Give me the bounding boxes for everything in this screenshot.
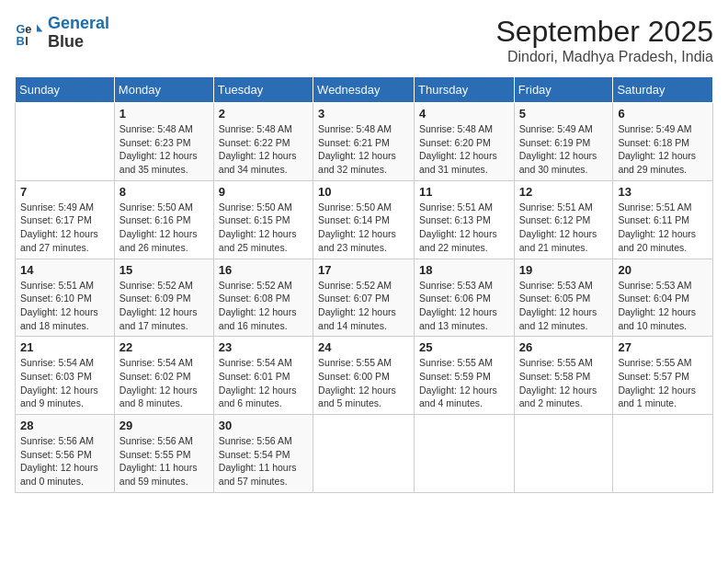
day-number: 22 [119,340,209,354]
calendar-week-row: 1Sunrise: 5:48 AMSunset: 6:23 PMDaylight… [16,103,713,181]
day-number: 15 [119,263,209,277]
calendar-cell: 5Sunrise: 5:49 AMSunset: 6:19 PMDaylight… [514,103,613,181]
calendar-cell: 13Sunrise: 5:51 AMSunset: 6:11 PMDayligh… [613,180,713,259]
day-info: Sunrise: 5:55 AMSunset: 5:57 PMDaylight:… [618,356,708,410]
calendar-table: SundayMondayTuesdayWednesdayThursdayFrid… [15,76,713,493]
logo-blue: Blue [48,32,84,51]
weekday-header-thursday: Thursday [415,77,515,103]
day-info: Sunrise: 5:56 AMSunset: 5:55 PMDaylight:… [119,434,209,488]
day-number: 8 [119,185,209,199]
calendar-cell: 27Sunrise: 5:55 AMSunset: 5:57 PMDayligh… [613,337,713,415]
logo-icon: G e B l [15,18,44,48]
day-info: Sunrise: 5:49 AMSunset: 6:17 PMDaylight:… [20,201,109,255]
day-number: 3 [318,107,409,121]
day-number: 23 [219,340,308,354]
page-header: G e B l General Blue September 2025 Dind… [15,15,713,65]
calendar-cell: 12Sunrise: 5:51 AMSunset: 6:12 PMDayligh… [514,180,613,259]
day-info: Sunrise: 5:50 AMSunset: 6:14 PMDaylight:… [318,201,409,255]
day-info: Sunrise: 5:51 AMSunset: 6:10 PMDaylight:… [20,279,109,333]
calendar-cell [415,415,515,493]
calendar-body: 1Sunrise: 5:48 AMSunset: 6:23 PMDaylight… [16,103,713,493]
day-info: Sunrise: 5:48 AMSunset: 6:20 PMDaylight:… [419,122,509,177]
calendar-cell: 25Sunrise: 5:55 AMSunset: 5:59 PMDayligh… [415,337,515,415]
weekday-header-sunday: Sunday [16,77,115,103]
day-info: Sunrise: 5:50 AMSunset: 6:16 PMDaylight:… [119,201,209,255]
day-number: 14 [20,263,109,277]
day-number: 29 [119,419,209,432]
calendar-title: September 2025 [495,15,713,49]
svg-text:B: B [17,34,25,48]
day-info: Sunrise: 5:53 AMSunset: 6:04 PMDaylight:… [618,279,708,333]
day-number: 19 [519,263,609,277]
calendar-cell: 29Sunrise: 5:56 AMSunset: 5:55 PMDayligh… [114,415,213,493]
weekday-header-friday: Friday [514,77,613,103]
day-number: 1 [119,107,209,121]
day-info: Sunrise: 5:48 AMSunset: 6:22 PMDaylight:… [219,122,308,177]
calendar-cell: 11Sunrise: 5:51 AMSunset: 6:13 PMDayligh… [415,180,515,259]
day-info: Sunrise: 5:50 AMSunset: 6:15 PMDaylight:… [219,201,308,255]
day-info: Sunrise: 5:54 AMSunset: 6:01 PMDaylight:… [219,356,308,410]
day-info: Sunrise: 5:51 AMSunset: 6:13 PMDaylight:… [419,201,509,255]
calendar-cell: 3Sunrise: 5:48 AMSunset: 6:21 PMDaylight… [313,103,415,181]
day-number: 27 [618,340,708,354]
calendar-cell: 30Sunrise: 5:56 AMSunset: 5:54 PMDayligh… [213,415,313,493]
calendar-cell: 4Sunrise: 5:48 AMSunset: 6:20 PMDaylight… [415,103,515,181]
day-info: Sunrise: 5:49 AMSunset: 6:18 PMDaylight:… [618,122,708,177]
day-number: 12 [519,185,609,199]
day-number: 17 [318,263,409,277]
day-number: 18 [419,263,509,277]
day-number: 6 [618,107,708,121]
calendar-cell [613,415,713,493]
day-info: Sunrise: 5:51 AMSunset: 6:11 PMDaylight:… [618,201,708,255]
calendar-week-row: 7Sunrise: 5:49 AMSunset: 6:17 PMDaylight… [16,180,713,259]
day-number: 5 [519,107,609,121]
weekday-header-saturday: Saturday [613,77,713,103]
calendar-cell: 14Sunrise: 5:51 AMSunset: 6:10 PMDayligh… [16,259,115,337]
calendar-cell: 9Sunrise: 5:50 AMSunset: 6:15 PMDaylight… [213,180,313,259]
calendar-subtitle: Dindori, Madhya Pradesh, India [495,49,713,65]
calendar-week-row: 21Sunrise: 5:54 AMSunset: 6:03 PMDayligh… [16,337,713,415]
calendar-cell: 2Sunrise: 5:48 AMSunset: 6:22 PMDaylight… [213,103,313,181]
day-info: Sunrise: 5:56 AMSunset: 5:54 PMDaylight:… [219,434,308,488]
calendar-cell: 10Sunrise: 5:50 AMSunset: 6:14 PMDayligh… [313,180,415,259]
day-info: Sunrise: 5:55 AMSunset: 6:00 PMDaylight:… [318,356,409,410]
day-number: 2 [219,107,308,121]
day-number: 25 [419,340,509,354]
day-number: 16 [219,263,308,277]
calendar-cell: 16Sunrise: 5:52 AMSunset: 6:08 PMDayligh… [213,259,313,337]
logo-text: General Blue [48,15,109,52]
day-number: 13 [618,185,708,199]
calendar-week-row: 14Sunrise: 5:51 AMSunset: 6:10 PMDayligh… [16,259,713,337]
day-number: 21 [20,340,109,354]
title-block: September 2025 Dindori, Madhya Pradesh, … [495,15,713,65]
calendar-cell: 7Sunrise: 5:49 AMSunset: 6:17 PMDaylight… [16,180,115,259]
logo-general: General [48,14,109,32]
logo: G e B l General Blue [15,15,109,52]
calendar-cell: 20Sunrise: 5:53 AMSunset: 6:04 PMDayligh… [613,259,713,337]
weekday-header-row: SundayMondayTuesdayWednesdayThursdayFrid… [16,77,713,103]
weekday-header-wednesday: Wednesday [313,77,415,103]
day-number: 28 [20,419,109,432]
calendar-cell: 19Sunrise: 5:53 AMSunset: 6:05 PMDayligh… [514,259,613,337]
weekday-header-tuesday: Tuesday [213,77,313,103]
day-info: Sunrise: 5:52 AMSunset: 6:08 PMDaylight:… [219,279,308,333]
day-number: 26 [519,340,609,354]
day-number: 24 [318,340,409,354]
calendar-week-row: 28Sunrise: 5:56 AMSunset: 5:56 PMDayligh… [16,415,713,493]
day-number: 10 [318,185,409,199]
calendar-cell: 1Sunrise: 5:48 AMSunset: 6:23 PMDaylight… [114,103,213,181]
day-info: Sunrise: 5:54 AMSunset: 6:03 PMDaylight:… [20,356,109,410]
svg-text:l: l [25,34,28,48]
day-number: 11 [419,185,509,199]
calendar-header: SundayMondayTuesdayWednesdayThursdayFrid… [16,77,713,103]
calendar-cell: 28Sunrise: 5:56 AMSunset: 5:56 PMDayligh… [16,415,115,493]
day-info: Sunrise: 5:56 AMSunset: 5:56 PMDaylight:… [20,434,109,488]
day-info: Sunrise: 5:53 AMSunset: 6:05 PMDaylight:… [519,279,609,333]
day-info: Sunrise: 5:51 AMSunset: 6:12 PMDaylight:… [519,201,609,255]
day-info: Sunrise: 5:52 AMSunset: 6:09 PMDaylight:… [119,279,209,333]
day-info: Sunrise: 5:48 AMSunset: 6:21 PMDaylight:… [318,122,409,177]
calendar-cell: 8Sunrise: 5:50 AMSunset: 6:16 PMDaylight… [114,180,213,259]
calendar-cell: 21Sunrise: 5:54 AMSunset: 6:03 PMDayligh… [16,337,115,415]
calendar-cell: 26Sunrise: 5:55 AMSunset: 5:58 PMDayligh… [514,337,613,415]
calendar-cell: 17Sunrise: 5:52 AMSunset: 6:07 PMDayligh… [313,259,415,337]
